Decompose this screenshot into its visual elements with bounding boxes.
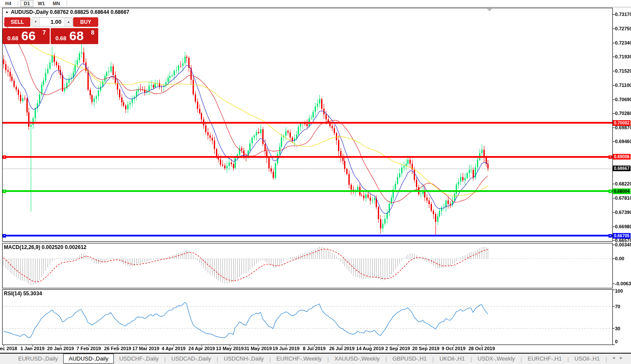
- date-axis-tick: 26 Jul 2019: [329, 346, 355, 351]
- macd-axis-tick: -0.00637: [615, 281, 631, 286]
- price-axis-tick: 0.68220: [615, 181, 631, 186]
- price-level-label: 0.69006: [613, 154, 631, 160]
- chart-tab-eurchf-weekly[interactable]: EURCHF-,Weekly: [271, 354, 327, 364]
- sell-price-pip: 7: [42, 29, 46, 36]
- chart-shift-marker-icon[interactable]: [487, 9, 492, 11]
- buy-price-pip: 8: [91, 29, 94, 36]
- date-axis-tick: 13 Dec 2018: [0, 346, 17, 351]
- date-axis-tick: 4 Apr 2019: [161, 346, 185, 351]
- chart-ohlc-values: 0.68762 0.68825 0.68644 0.68667: [50, 9, 129, 15]
- timeframe-button-mn[interactable]: MN: [49, 0, 64, 7]
- date-axis-tick: 7 Feb 2019: [77, 346, 101, 351]
- buy-price-panel[interactable]: 0.68 68 8: [51, 28, 98, 44]
- sell-button[interactable]: SELL: [4, 17, 30, 27]
- volume-decrease-icon[interactable]: ▼: [32, 18, 40, 26]
- tab-scroll-right-icon[interactable]: ▸: [620, 355, 628, 360]
- volume-stepper: ▼ 1.00 ▲: [32, 17, 73, 27]
- price-axis-tick: 0.72750: [615, 26, 631, 31]
- chart-tab-xauusd-weekly[interactable]: XAUUSD-,Weekly: [329, 354, 385, 364]
- price-axis-tick: 0.71930: [615, 54, 631, 59]
- ohlc-marker-icon: ▲: [5, 10, 9, 14]
- date-axis-tick: 26 Feb 2019: [104, 346, 131, 351]
- toolbar-separator: [67, 1, 67, 6]
- rsi-axis-tick: 70: [615, 304, 620, 309]
- volume-input[interactable]: 1.00: [40, 18, 64, 26]
- price-level-label: 0.66705: [613, 233, 631, 239]
- price-axis-tick: 0.71520: [615, 68, 631, 73]
- rsi-axis-tick: 30: [615, 326, 620, 331]
- date-axis-tick: 8 Jul 2019: [303, 346, 326, 351]
- timeframe-button-w1[interactable]: W1: [34, 0, 48, 7]
- timeframe-button-h4[interactable]: H4: [2, 0, 15, 7]
- timeframe-toolbar: H4D1W1MN: [0, 0, 631, 7]
- macd-axis-tick: 0.00: [615, 256, 624, 261]
- macd-indicator-label: MACD(12,26,9) 0.002520 0.002612: [4, 244, 87, 250]
- chart-tab-usdcad-daily[interactable]: USDCAD-,Daily: [166, 354, 216, 364]
- price-level-label: 0.68667: [613, 166, 631, 171]
- toolbar-separator: [18, 1, 18, 6]
- price-axis-tick: 0.70690: [615, 97, 631, 102]
- chart-symbol: AUDUSD-,Daily: [11, 9, 48, 15]
- volume-increase-icon[interactable]: ▲: [64, 18, 72, 26]
- date-axis-tick: 20 Sep 2019: [412, 346, 440, 351]
- price-axis-tick: 0.67810: [615, 195, 631, 201]
- buy-price-big: 68: [69, 29, 84, 43]
- price-axis-tick: 0.72340: [615, 40, 631, 45]
- price-axis-tick: 0.71100: [615, 83, 631, 88]
- date-axis-tick: 20 Jan 2019: [47, 346, 74, 351]
- chart-tab-gbpusd-h1[interactable]: GBPUSD-,H1: [387, 354, 432, 364]
- price-level-label: 0.68004: [613, 188, 631, 194]
- date-axis-tick: 13 May 2019: [216, 346, 244, 351]
- price-chart-canvas[interactable]: [0, 0, 631, 364]
- price-axis-tick: 0.69460: [615, 139, 631, 144]
- chart-tab-bar: EURUSD-,DailyAUDUSD-,DailyUSDCHF-,Daily|…: [0, 353, 631, 364]
- date-axis-tick: 9 Oct 2019: [441, 346, 465, 351]
- buy-button[interactable]: BUY: [73, 17, 98, 27]
- date-axis-tick: 2 Sep 2019: [386, 346, 410, 351]
- sell-price-panel[interactable]: 0.68 66 7: [3, 28, 50, 44]
- date-axis-tick: 28 Oct 2019: [468, 346, 495, 351]
- price-axis-tick: 0.73170: [615, 12, 631, 17]
- chart-title: ▲AUDUSD-,Daily0.68762 0.68825 0.68644 0.…: [5, 9, 131, 15]
- rsi-axis-tick: 0: [615, 339, 618, 344]
- date-axis-tick: 19 Jun 2019: [273, 346, 299, 351]
- chart-tab-usdcnh-daily[interactable]: USDCNH-,Daily: [219, 354, 269, 364]
- price-axis-tick: 0.67390: [615, 210, 631, 215]
- sell-price-prefix: 0.68: [7, 35, 18, 42]
- timeframe-button-d1[interactable]: D1: [20, 0, 33, 7]
- date-axis-tick: 24 Apr 2019: [188, 346, 215, 351]
- chart-tab-usdchf-daily[interactable]: USDCHF-,Daily: [114, 354, 164, 364]
- price-axis-tick: 0.70280: [615, 111, 631, 116]
- chart-tab-ukoil-h1[interactable]: UKOil-,H1: [434, 354, 470, 364]
- macd-axis-tick: 0.00349: [615, 242, 631, 247]
- date-axis-tick: 1 Jan 2019: [20, 346, 45, 351]
- rsi-indicator-label: RSI(14) 55.3034: [4, 291, 42, 297]
- price-axis-tick: 0.66980: [615, 224, 631, 229]
- mt4-chart-window: H4D1W1MN ▲AUDUSD-,Daily0.68762 0.68825 0…: [0, 0, 631, 364]
- tab-scroll-arrows[interactable]: ◂▸: [612, 355, 628, 361]
- tab-separator: |: [605, 356, 607, 362]
- date-axis-tick: 31 May 2019: [244, 346, 272, 351]
- chart-tab-usdx-weekly[interactable]: USDX-,Weekly: [472, 354, 520, 364]
- rsi-axis-tick: 100: [615, 288, 623, 294]
- date-axis-tick: 14 Aug 2019: [356, 346, 384, 351]
- tab-scroll-left-icon[interactable]: ◂: [612, 355, 620, 360]
- chart-tab-eurusd-daily[interactable]: EURUSD-,Daily: [13, 354, 63, 364]
- buy-price-prefix: 0.68: [55, 35, 66, 42]
- price-level-label: 0.70002: [613, 120, 631, 126]
- chart-tab-audusd-daily[interactable]: AUDUSD-,Daily: [63, 353, 114, 364]
- chart-tab-usoil-h1[interactable]: USOil-,H1: [569, 354, 605, 364]
- date-axis-tick: 17 Mar 2019: [132, 346, 159, 351]
- sell-price-big: 66: [21, 29, 35, 43]
- chart-tab-eurchf-h1[interactable]: EURCHF-,H1: [522, 354, 567, 364]
- one-click-trading-widget: SELL ▼ 1.00 ▲ BUY 0.68 66 7 0.68 68 8: [3, 17, 98, 44]
